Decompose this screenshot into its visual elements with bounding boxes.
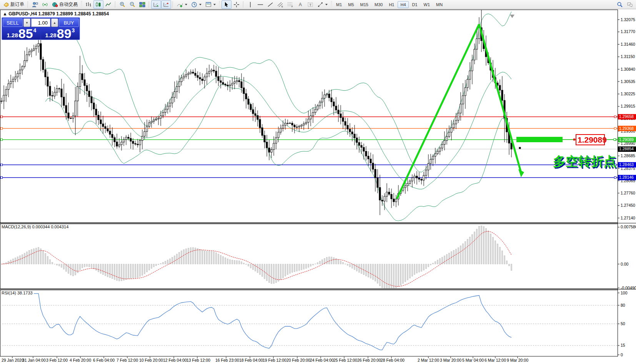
indicators-dropdown-icon[interactable] [185, 4, 187, 5]
zoom-in-button[interactable] [117, 0, 127, 9]
time-axis-label: 31 Jan 04:00 [22, 358, 46, 362]
price-marker [519, 147, 521, 149]
horizontal-line-tool-button[interactable] [255, 0, 265, 9]
axes: 1.320751.317701.314601.311501.308401.305… [2, 17, 636, 363]
bollinger-bands [45, 12, 511, 221]
toolbar-grip [219, 1, 220, 8]
fibonacci-tool-button[interactable]: F [285, 0, 295, 9]
zoom-out-icon [129, 2, 135, 8]
vertical-line-tool-button[interactable] [245, 0, 255, 9]
time-axis-label: 20 Feb 20:00 [286, 358, 310, 362]
time-axis-label: 28 Feb 04:00 [381, 358, 405, 362]
volume-decrease-button[interactable]: ▼ [23, 18, 30, 27]
sell-button[interactable]: SELL [3, 18, 23, 27]
text-tool-button[interactable]: A [295, 0, 305, 9]
chart-shift-button[interactable] [161, 0, 171, 9]
price-chart-canvas[interactable]: 1.320751.317701.314601.311501.308401.305… [0, 9, 636, 364]
text-label-tool-button[interactable]: T [305, 0, 315, 9]
horizontal-line-objects[interactable] [0, 116, 618, 178]
volume-increase-button[interactable]: ▲ [51, 18, 58, 27]
indicators-button[interactable] [175, 0, 189, 9]
toolbar-separator [149, 1, 150, 8]
signals-button[interactable] [40, 0, 50, 9]
arrows-icon [317, 2, 323, 8]
time-axis-label: 6 Mar 12:00 [484, 358, 506, 362]
chat-button[interactable] [625, 0, 635, 9]
price-axis-tick: 1.29915 [621, 104, 635, 108]
line-chart-icon [105, 2, 112, 8]
zoom-out-button[interactable] [127, 0, 137, 9]
price-axis-tick: 1.27140 [621, 216, 635, 220]
new-order-icon [3, 2, 9, 8]
search-icon [617, 2, 623, 8]
buy-price-big: 89 [57, 28, 72, 39]
rsi-pane-plot [0, 294, 618, 350]
time-axis-label: 10 Feb 20:00 [139, 358, 163, 362]
profile-button[interactable] [30, 0, 40, 9]
annotation-objects[interactable]: 多空转折点 多空转折点 1.29089 [397, 24, 618, 199]
volume-input[interactable]: 1.00 [31, 18, 50, 27]
timeframe-w1[interactable]: W1 [421, 1, 433, 8]
timeframe-m15[interactable]: M15 [358, 1, 371, 8]
chart-symbol-period: GBPUSD-,H4 [8, 11, 37, 17]
line-chart-button[interactable] [103, 0, 113, 9]
sell-price-big: 85 [18, 28, 33, 39]
buy-button[interactable]: BUY [59, 18, 79, 27]
macd-indicator-label: MACD(12,26,9) 0.000344 0.004314 [2, 224, 68, 229]
arrows-dropdown-icon[interactable] [325, 4, 328, 5]
cursor-tool-button[interactable] [221, 0, 231, 9]
crosshair-icon [233, 2, 240, 8]
auto-trading-button[interactable]: 自动交易 [50, 0, 80, 9]
price-axis-tick: 1.30840 [621, 67, 635, 71]
price-callout-text: 1.29089 [578, 135, 607, 144]
templates-button[interactable] [203, 0, 218, 9]
candlestick-chart-button[interactable] [93, 0, 103, 9]
equidistant-channel-tool-button[interactable]: E [275, 0, 285, 9]
svg-text:T: T [310, 3, 312, 7]
price-axis-tick: 1.30535 [621, 79, 635, 84]
trendline-tool-button[interactable] [265, 0, 275, 9]
sell-price-sup: 4 [33, 28, 37, 33]
auto-scroll-icon [153, 2, 159, 8]
timeframe-mn[interactable]: MN [433, 1, 445, 8]
toolbar-separator [115, 1, 116, 8]
crosshair-tool-button[interactable] [231, 0, 241, 9]
chart-title: ▲ GBPUSD-,H4 1.28879 1.28899 1.28845 1.2… [3, 11, 109, 17]
time-axis-label: 2 Mar 12:00 [418, 358, 439, 362]
time-axis-label: 24 Feb 04:00 [310, 358, 334, 362]
timeframe-m30[interactable]: M30 [372, 1, 385, 8]
tile-windows-button[interactable] [137, 0, 147, 9]
sell-price-display[interactable]: 1.28 85 4 [3, 28, 40, 40]
auto-scroll-button[interactable] [151, 0, 161, 9]
periods-dropdown-icon[interactable] [199, 4, 201, 5]
timeframe-d1[interactable]: D1 [410, 1, 420, 8]
timeframe-h1[interactable]: H1 [386, 1, 397, 8]
periods-button[interactable] [189, 0, 203, 9]
bar-chart-icon [85, 2, 92, 8]
text-icon: A [297, 2, 303, 8]
clock-icon [191, 2, 197, 8]
timeframe-m1[interactable]: M1 [333, 1, 345, 8]
signal-icon [42, 2, 48, 8]
search-button[interactable] [615, 0, 625, 9]
new-order-button[interactable]: 新订单 [1, 0, 26, 9]
rsi-axis-tick: 80 [621, 303, 625, 307]
time-axis-label: 18 Feb 04:00 [239, 358, 263, 362]
buy-price-display[interactable]: 1.28 89 3 [41, 28, 79, 40]
timeframe-h4[interactable]: H4 [398, 1, 408, 8]
templates-dropdown-icon[interactable] [213, 4, 216, 5]
time-axis-label: 9 Mar 20:00 [507, 358, 528, 362]
price-axis-tick: 1.31460 [621, 42, 635, 47]
svg-text:F: F [291, 5, 293, 8]
bar-chart-button[interactable] [83, 0, 93, 9]
toolbar-grip [331, 1, 332, 8]
profile-icon [32, 2, 38, 8]
main-toolbar: 新订单 自动交易 [0, 0, 636, 9]
panel-collapse-icon[interactable]: ▲ [3, 11, 7, 17]
arrows-tool-button[interactable] [315, 0, 330, 9]
rsi-axis-tick: 0 [621, 352, 623, 357]
timeframe-m5[interactable]: M5 [345, 1, 356, 8]
candlesticks [1, 10, 512, 215]
turning-point-text[interactable]: 多空转折点 [553, 154, 616, 168]
template-icon [205, 2, 211, 8]
